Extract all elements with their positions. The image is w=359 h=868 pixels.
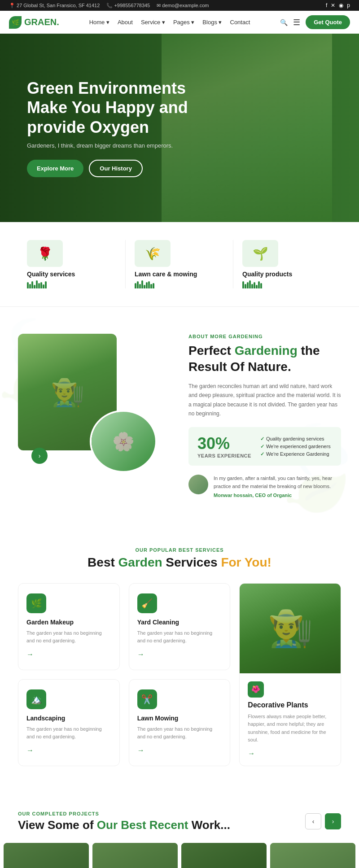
portfolio-item-1[interactable]: 👨‍🌾 bbox=[4, 843, 89, 868]
features-strip: 🌹 Quality services 🌾 Lawn care & mowing … bbox=[0, 222, 359, 307]
portfolio-title-block: OUR COMPLETED PROJECTS View Some of Our … bbox=[18, 811, 230, 832]
about-small-image: 🌸 bbox=[90, 410, 157, 473]
logo-text: GRAEN. bbox=[24, 17, 59, 27]
about-tag: ABOUT MORE GARDENING bbox=[188, 334, 341, 339]
nav-service[interactable]: Service ▾ bbox=[141, 19, 165, 26]
get-quote-button[interactable]: Get Quote bbox=[306, 15, 350, 29]
service-title-1: Garden Makeup bbox=[26, 619, 111, 626]
email-text: ✉ demo@example.com bbox=[157, 3, 209, 9]
check-item-1: ✓Quality gardening services bbox=[260, 436, 331, 442]
nav-pages[interactable]: Pages ▾ bbox=[173, 19, 194, 26]
portfolio-next-button[interactable]: › bbox=[325, 813, 341, 829]
testimonial-content: In my garden, after a rainfall, you can … bbox=[214, 475, 341, 497]
check-item-2: ✓We're experienced gardeners bbox=[260, 444, 331, 449]
top-bar: 📍 27 Global St, San Fransico, SF 41412 📞… bbox=[0, 0, 359, 11]
check-item-3: ✓We're Experience Gardening bbox=[260, 451, 331, 457]
nav-right: 🔍 ☰ Get Quote bbox=[280, 15, 350, 29]
service-desc-large: Flowers always make people better, happi… bbox=[248, 713, 333, 744]
service-title-2: Yard Cleaning bbox=[137, 619, 222, 626]
portfolio-item-2[interactable]: 🌿 bbox=[92, 843, 178, 868]
portfolio-item-4[interactable]: 🌸 bbox=[270, 843, 355, 868]
portfolio-header: OUR COMPLETED PROJECTS View Some of Our … bbox=[0, 811, 359, 832]
portfolio-tag: OUR COMPLETED PROJECTS bbox=[18, 811, 230, 816]
twitter-icon[interactable]: ✕ bbox=[331, 2, 335, 9]
service-icon-yard-cleaning: 🧹 bbox=[137, 593, 157, 613]
testimonial-quote: In my garden, after a rainfall, you can … bbox=[214, 475, 341, 490]
menu-button[interactable]: ☰ bbox=[293, 17, 300, 27]
hero-content: Green Environments Make You Happy and pr… bbox=[0, 79, 224, 177]
our-history-button[interactable]: Our History bbox=[89, 160, 143, 177]
feature-item-1: 🌹 Quality services bbox=[18, 236, 126, 293]
instagram-icon[interactable]: ◉ bbox=[339, 2, 343, 9]
facebook-icon[interactable]: f bbox=[326, 2, 327, 9]
experience-percent: 30% bbox=[197, 434, 251, 453]
feature-img-quality-services: 🌹 bbox=[27, 240, 63, 267]
portfolio-title: View Some of Our Best Recent Work... bbox=[18, 818, 230, 832]
about-description: The garden reconciles human art and wild… bbox=[188, 382, 341, 419]
service-card-landscaping: 🏔️ Landscaping The garden year has no be… bbox=[18, 679, 120, 766]
services-tag: OUR POPULAR BEST SERVICES bbox=[18, 547, 341, 553]
service-arrow-2[interactable]: → bbox=[137, 650, 222, 659]
contact-info: 📍 27 Global St, San Fransico, SF 41412 📞… bbox=[9, 3, 209, 9]
phone-text: 📞 +998556778345 bbox=[106, 3, 150, 9]
grass-decoration-3 bbox=[242, 279, 262, 288]
portfolio-item-3[interactable]: 🌱 bbox=[181, 843, 267, 868]
portfolio-grid: 👨‍🌾 🌿 🌱 🌸 bbox=[0, 843, 359, 868]
feature-label-3: Quality products bbox=[242, 270, 292, 278]
grass-decoration-2 bbox=[135, 279, 154, 288]
pinterest-icon[interactable]: p bbox=[347, 2, 350, 9]
hero-buttons: Explore More Our History bbox=[27, 160, 197, 177]
about-prev-button[interactable]: › bbox=[31, 448, 48, 464]
testimonial-author: Monwar hossain, CEO of Organic bbox=[214, 493, 341, 498]
service-img-decorative: 👨‍🌾 bbox=[240, 584, 341, 673]
services-section: OUR POPULAR BEST SERVICES Best Garden Se… bbox=[0, 525, 359, 789]
about-right: ABOUT MORE GARDENING Perfect Gardening t… bbox=[171, 334, 341, 498]
service-title-large: Decorative Plants bbox=[248, 701, 333, 709]
feature-label-1: Quality services bbox=[27, 270, 75, 278]
service-icon-lawn-mowing: ✂️ bbox=[137, 689, 157, 709]
service-desc-4: The garden year has no beginning and no … bbox=[137, 725, 222, 741]
about-title: Perfect Gardening the Result Of Nature. bbox=[188, 343, 341, 375]
service-desc-3: The garden year has no beginning and no … bbox=[26, 725, 111, 741]
feature-item-2: 🌾 Lawn care & mowing bbox=[126, 236, 233, 293]
service-icon-landscaping: 🏔️ bbox=[26, 689, 46, 709]
feature-img-products: 🌱 bbox=[242, 240, 278, 267]
portfolio-navigation: ‹ › bbox=[305, 813, 341, 829]
service-card-garden-makeup: 🌿 Garden Makeup The garden year has no b… bbox=[18, 583, 120, 670]
service-arrow-large[interactable]: → bbox=[248, 750, 333, 758]
service-desc-1: The garden year has no beginning and no … bbox=[26, 629, 111, 645]
service-desc-2: The garden year has no beginning and no … bbox=[137, 629, 222, 645]
nav-contact[interactable]: Contact bbox=[230, 19, 250, 26]
testimonial-avatar bbox=[188, 475, 208, 494]
feature-item-3: 🌱 Quality products bbox=[233, 236, 341, 293]
grass-decoration-1 bbox=[27, 279, 47, 288]
service-icon-garden-makeup: 🌿 bbox=[26, 593, 46, 613]
services-title: Best Garden Services For You! bbox=[18, 555, 341, 570]
experience-label: YEARS EXPERIENCE bbox=[197, 453, 251, 458]
portfolio-prev-button[interactable]: ‹ bbox=[305, 813, 321, 829]
service-arrow-1[interactable]: → bbox=[26, 650, 111, 659]
hero-subtitle: Gardeners, I think, dream bigger dreams … bbox=[27, 142, 197, 149]
social-icons: f ✕ ◉ p bbox=[326, 2, 350, 9]
about-left: 👨‍🌾 🌸 › bbox=[18, 334, 171, 498]
portfolio-section: OUR COMPLETED PROJECTS View Some of Our … bbox=[0, 789, 359, 868]
hero-title: Green Environments Make You Happy and pr… bbox=[27, 79, 197, 137]
nav-blogs[interactable]: Blogs ▾ bbox=[202, 19, 222, 26]
service-card-yard-cleaning: 🧹 Yard Cleaning The garden year has no b… bbox=[129, 583, 231, 670]
testimonial-block: In my garden, after a rainfall, you can … bbox=[188, 475, 341, 497]
about-section: 🍃 🍃 👨‍🌾 🌸 › ABOUT MORE GARDENING Perfect… bbox=[0, 307, 359, 525]
service-arrow-4[interactable]: → bbox=[137, 746, 222, 755]
search-button[interactable]: 🔍 bbox=[280, 19, 288, 26]
experience-stats: 30% YEARS EXPERIENCE bbox=[197, 434, 251, 458]
service-card-decorative-plants: 👨‍🌾 🌺 Decorative Plants Flowers always m… bbox=[239, 583, 341, 766]
nav-links: Home ▾ About Service ▾ Pages ▾ Blogs ▾ C… bbox=[89, 19, 250, 26]
about-images: 👨‍🌾 🌸 › bbox=[18, 334, 171, 477]
address-text: 📍 27 Global St, San Fransico, SF 41412 bbox=[9, 3, 100, 9]
services-grid: 🌿 Garden Makeup The garden year has no b… bbox=[18, 583, 341, 766]
service-arrow-3[interactable]: → bbox=[26, 746, 111, 755]
logo: 🌿 GRAEN. bbox=[9, 16, 59, 29]
nav-home[interactable]: Home ▾ bbox=[89, 19, 109, 26]
nav-about[interactable]: About bbox=[118, 19, 133, 26]
experience-checklist: ✓Quality gardening services ✓We're exper… bbox=[260, 436, 331, 457]
explore-more-button[interactable]: Explore More bbox=[27, 160, 83, 177]
